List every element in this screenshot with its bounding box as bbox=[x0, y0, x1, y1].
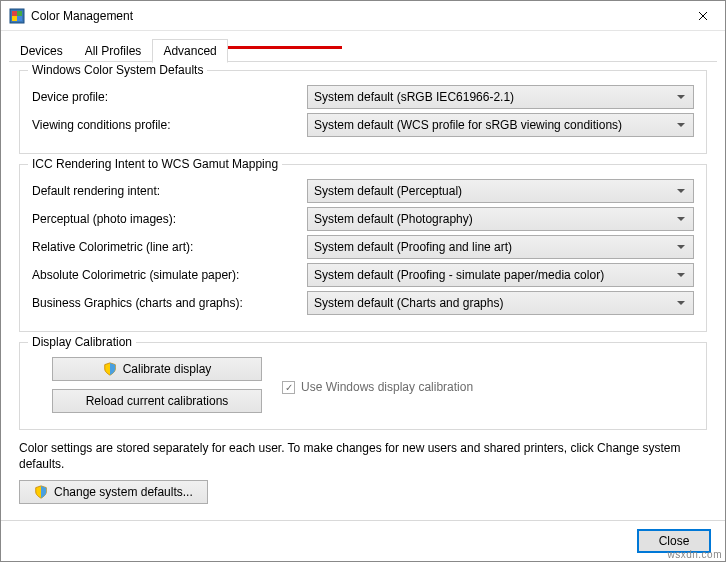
device-profile-select[interactable]: System default (sRGB IEC61966-2.1) bbox=[307, 85, 694, 109]
shield-icon bbox=[103, 362, 117, 376]
svg-rect-4 bbox=[12, 16, 17, 21]
button-label: Calibrate display bbox=[123, 362, 212, 376]
tab-underline bbox=[9, 61, 717, 62]
group-windows-color-system-defaults: Windows Color System Defaults Device pro… bbox=[19, 70, 707, 154]
device-profile-label: Device profile: bbox=[32, 90, 307, 104]
tab-all-profiles[interactable]: All Profiles bbox=[74, 39, 153, 62]
viewing-conditions-label: Viewing conditions profile: bbox=[32, 118, 307, 132]
select-value: System default (Perceptual) bbox=[314, 184, 462, 198]
color-management-window: Color Management Devices All Profiles Ad… bbox=[0, 0, 726, 562]
content-area: Windows Color System Defaults Device pro… bbox=[1, 62, 725, 520]
relative-colorimetric-label: Relative Colorimetric (line art): bbox=[32, 240, 307, 254]
group-legend: Windows Color System Defaults bbox=[28, 63, 207, 77]
app-icon bbox=[9, 8, 25, 24]
button-label: Change system defaults... bbox=[54, 485, 193, 499]
group-legend: Display Calibration bbox=[28, 335, 136, 349]
svg-rect-2 bbox=[12, 11, 17, 16]
default-rendering-intent-select[interactable]: System default (Perceptual) bbox=[307, 179, 694, 203]
select-value: System default (sRGB IEC61966-2.1) bbox=[314, 90, 514, 104]
change-system-defaults-button[interactable]: Change system defaults... bbox=[19, 480, 208, 504]
tab-devices[interactable]: Devices bbox=[9, 39, 74, 62]
select-value: System default (Proofing - simulate pape… bbox=[314, 268, 604, 282]
business-graphics-label: Business Graphics (charts and graphs): bbox=[32, 296, 307, 310]
select-value: System default (Photography) bbox=[314, 212, 473, 226]
viewing-conditions-select[interactable]: System default (WCS profile for sRGB vie… bbox=[307, 113, 694, 137]
select-value: System default (WCS profile for sRGB vie… bbox=[314, 118, 622, 132]
svg-rect-5 bbox=[17, 16, 22, 21]
tab-advanced[interactable]: Advanced bbox=[152, 39, 227, 63]
window-title: Color Management bbox=[31, 9, 680, 23]
titlebar: Color Management bbox=[1, 1, 725, 31]
default-rendering-intent-label: Default rendering intent: bbox=[32, 184, 307, 198]
close-icon bbox=[698, 11, 708, 21]
group-display-calibration: Display Calibration Calibrate display Re… bbox=[19, 342, 707, 430]
calibrate-display-button[interactable]: Calibrate display bbox=[52, 357, 262, 381]
business-graphics-select[interactable]: System default (Charts and graphs) bbox=[307, 291, 694, 315]
absolute-colorimetric-label: Absolute Colorimetric (simulate paper): bbox=[32, 268, 307, 282]
select-value: System default (Proofing and line art) bbox=[314, 240, 512, 254]
window-close-button[interactable] bbox=[680, 1, 725, 31]
checkbox-label: Use Windows display calibration bbox=[301, 380, 473, 394]
button-label: Reload current calibrations bbox=[86, 394, 229, 408]
tab-strip: Devices All Profiles Advanced bbox=[1, 31, 725, 62]
footer-text: Color settings are stored separately for… bbox=[19, 440, 707, 472]
group-icc-rendering-intent: ICC Rendering Intent to WCS Gamut Mappin… bbox=[19, 164, 707, 332]
perceptual-label: Perceptual (photo images): bbox=[32, 212, 307, 226]
svg-rect-3 bbox=[17, 11, 22, 16]
perceptual-select[interactable]: System default (Photography) bbox=[307, 207, 694, 231]
relative-colorimetric-select[interactable]: System default (Proofing and line art) bbox=[307, 235, 694, 259]
use-windows-calibration-checkbox[interactable]: ✓ bbox=[282, 381, 295, 394]
use-windows-calibration-row: ✓ Use Windows display calibration bbox=[282, 353, 473, 417]
group-legend: ICC Rendering Intent to WCS Gamut Mappin… bbox=[28, 157, 282, 171]
select-value: System default (Charts and graphs) bbox=[314, 296, 503, 310]
reload-calibrations-button[interactable]: Reload current calibrations bbox=[52, 389, 262, 413]
watermark: wsxdn.com bbox=[667, 549, 722, 560]
bottom-bar: Close bbox=[1, 520, 725, 561]
shield-icon bbox=[34, 485, 48, 499]
absolute-colorimetric-select[interactable]: System default (Proofing - simulate pape… bbox=[307, 263, 694, 287]
